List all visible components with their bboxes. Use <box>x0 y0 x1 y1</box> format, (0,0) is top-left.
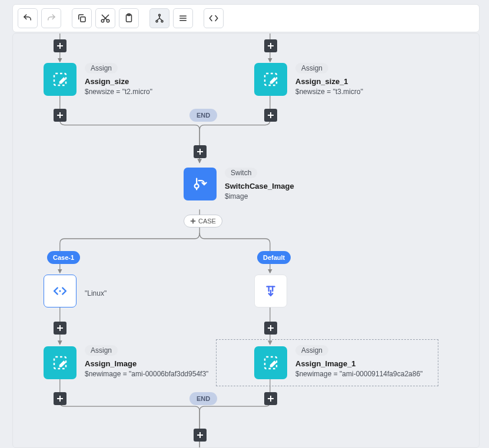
undo-button[interactable] <box>18 8 38 28</box>
node-details: Assign Assign_size $newsize = "t2.micro" <box>85 63 152 96</box>
node-title: Assign_Image <box>85 359 208 368</box>
assign-node[interactable] <box>44 63 76 96</box>
node-sub: $newimage = "ami-00006bfaf3dd954f3" <box>85 370 208 378</box>
code-view-button[interactable] <box>204 8 224 28</box>
add-node-button[interactable] <box>194 145 207 158</box>
svg-point-7 <box>161 21 163 22</box>
default-label[interactable]: Default <box>257 251 291 264</box>
case-value-text: "Linux" <box>85 289 107 297</box>
node-details: Assign Assign_Image $newimage = "ami-000… <box>85 345 208 378</box>
default-node[interactable] <box>254 275 287 307</box>
end-label: END <box>189 392 217 405</box>
add-node-button[interactable] <box>194 429 207 442</box>
assign-node[interactable] <box>254 63 287 96</box>
add-node-button[interactable] <box>54 392 66 405</box>
list-view-button[interactable] <box>173 8 193 28</box>
node-sub: $newimage = "ami-00009114fa9ca2a86" <box>295 370 423 378</box>
switch-node[interactable] <box>184 168 217 200</box>
node-details: Assign Assign_size_1 $newsize = "t3.micr… <box>295 63 363 96</box>
workflow-canvas[interactable]: Assign Assign_size $newsize = "t2.micro"… <box>12 33 480 448</box>
add-node-button[interactable] <box>54 39 66 52</box>
add-case-button[interactable]: CASE <box>184 215 222 228</box>
svg-point-1 <box>101 19 104 22</box>
add-node-button[interactable] <box>54 109 66 122</box>
tree-view-button[interactable] <box>149 8 169 28</box>
add-node-button[interactable] <box>264 392 277 405</box>
assign-node[interactable] <box>254 346 287 379</box>
copy-button[interactable] <box>72 8 92 28</box>
add-node-button[interactable] <box>54 322 66 335</box>
cut-button[interactable] <box>95 8 115 28</box>
toolbar <box>12 4 480 32</box>
node-title: Assign_size_1 <box>295 77 363 86</box>
node-type-chip: Assign <box>295 63 328 73</box>
case-condition-node[interactable] <box>44 275 76 307</box>
svg-point-2 <box>107 19 109 22</box>
add-node-button[interactable] <box>264 322 277 335</box>
node-sub: $newsize = "t3.micro" <box>295 88 363 96</box>
case-value: "Linux" <box>85 287 107 297</box>
paste-button[interactable] <box>119 8 139 28</box>
case-label[interactable]: Case-1 <box>47 251 80 264</box>
end-label: END <box>189 109 217 122</box>
node-type-chip: Switch <box>225 168 257 178</box>
svg-point-31 <box>59 290 61 292</box>
node-sub: $newsize = "t2.micro" <box>85 88 152 96</box>
node-title: Assign_Image_1 <box>295 359 423 368</box>
node-details: Switch SwitchCase_Image $image <box>225 168 294 200</box>
assign-node[interactable] <box>44 346 76 379</box>
node-title: Assign_size <box>85 77 152 86</box>
node-sub: $image <box>225 192 294 200</box>
svg-point-6 <box>156 21 158 22</box>
add-node-button[interactable] <box>264 109 277 122</box>
add-node-button[interactable] <box>264 39 277 52</box>
node-type-chip: Assign <box>85 63 118 73</box>
node-details: Assign Assign_Image_1 $newimage = "ami-0… <box>295 345 423 378</box>
node-type-chip: Assign <box>295 345 328 356</box>
node-type-chip: Assign <box>85 345 118 356</box>
redo-button[interactable] <box>41 8 61 28</box>
svg-rect-0 <box>81 17 85 22</box>
svg-point-5 <box>159 14 161 16</box>
node-title: SwitchCase_Image <box>225 182 294 190</box>
